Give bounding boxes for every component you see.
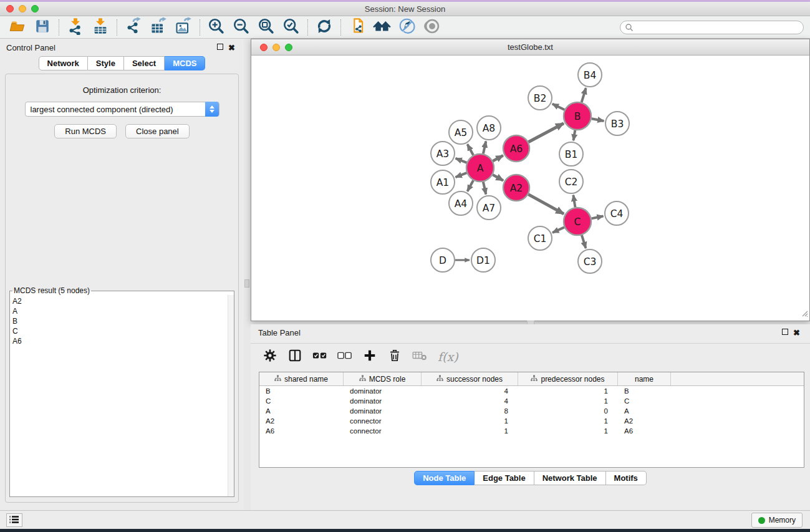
resize-grip-icon[interactable]: [801, 308, 808, 319]
mcds-result-item[interactable]: C: [12, 326, 234, 336]
zoom-fit-button[interactable]: [254, 18, 279, 37]
run-mcds-button[interactable]: Run MCDS: [54, 124, 117, 138]
column-header-name[interactable]: name: [618, 372, 671, 385]
memory-button[interactable]: Memory: [751, 513, 803, 528]
graph-edge-A2-C[interactable]: [528, 195, 564, 214]
column-header-successor-nodes[interactable]: successor nodes: [422, 372, 518, 385]
show-column-button[interactable]: [284, 347, 306, 367]
graph-edge-A-A3[interactable]: [456, 158, 467, 163]
desktop-background-strip: [0, 529, 810, 532]
float-icon: [217, 44, 223, 50]
export-network-button[interactable]: [121, 18, 146, 37]
eye-button[interactable]: [420, 18, 445, 37]
list-icon: [9, 515, 19, 526]
graph-edge-A-A1[interactable]: [456, 173, 467, 177]
toolbar-separator: [307, 19, 308, 36]
table-row[interactable]: A6connector11A6: [259, 426, 804, 436]
task-history-button[interactable]: [6, 513, 22, 527]
mcds-result-item[interactable]: A2: [12, 296, 234, 306]
close-panel-button-mcds[interactable]: Close panel: [125, 124, 190, 138]
table-float-button[interactable]: [779, 328, 791, 337]
clone-network-button[interactable]: [345, 18, 370, 37]
table-tabs: Node TableEdge TableNetwork TableMotifs: [251, 471, 810, 485]
table-close-button[interactable]: ✖: [791, 328, 803, 337]
fx-icon: f(x): [438, 350, 458, 364]
graph-edge-A-A6[interactable]: [493, 155, 503, 161]
column-header-shared-name[interactable]: shared name: [259, 372, 344, 385]
float-panel-button[interactable]: [215, 43, 226, 52]
save-session-button[interactable]: [30, 18, 55, 37]
home-button[interactable]: [370, 18, 395, 37]
graph-edge-C-C2[interactable]: [573, 195, 575, 208]
open-folder-icon: [9, 18, 26, 36]
graph-edge-B-B1[interactable]: [574, 130, 576, 141]
graph-edge-B-B3[interactable]: [592, 118, 604, 121]
open-session-button[interactable]: [5, 18, 30, 37]
delete-column-button[interactable]: [384, 347, 405, 367]
network-canvas[interactable]: B4B2BB3A8A5A6A3B1AA1C2A2A4A7C4CC1C3DD1: [251, 56, 809, 321]
graph-edge-A-A7[interactable]: [483, 181, 486, 194]
document-network-icon: [349, 17, 366, 37]
graph-edge-C-C3[interactable]: [582, 235, 586, 248]
export-image-button[interactable]: [171, 18, 196, 37]
graph-node-label: A6: [510, 143, 523, 155]
table-row[interactable]: Bdominator41B: [259, 386, 804, 396]
export-table-button[interactable]: [146, 18, 171, 37]
zoom-in-button[interactable]: [204, 18, 229, 37]
column-header-predecessor-nodes[interactable]: predecessor nodes: [518, 372, 618, 385]
tab-network[interactable]: Network: [39, 56, 88, 70]
toolbar-separator: [117, 19, 117, 36]
table-row[interactable]: A2connector11A2: [259, 416, 804, 426]
table-tab-network-table[interactable]: Network Table: [534, 471, 606, 485]
mcds-result-item[interactable]: A6: [12, 336, 234, 346]
refresh-view-button[interactable]: [312, 18, 337, 37]
toolbar-separator: [340, 19, 341, 36]
graph-edge-C-C1[interactable]: [552, 227, 564, 233]
table-tab-edge-table[interactable]: Edge Table: [475, 471, 534, 485]
graph-edge-B-B2[interactable]: [552, 104, 564, 110]
delete-table-button[interactable]: [409, 347, 430, 367]
function-builder-button[interactable]: f(x): [434, 347, 462, 367]
graph-edge-A6-B[interactable]: [528, 123, 563, 142]
search-input[interactable]: [620, 21, 804, 34]
column-header-MCDS-role[interactable]: MCDS role: [344, 372, 422, 385]
criterion-select[interactable]: largest connected component (directed): [25, 102, 219, 117]
table-tab-motifs[interactable]: Motifs: [606, 471, 647, 485]
mcds-result-item[interactable]: B: [12, 316, 234, 326]
tab-select[interactable]: Select: [124, 56, 165, 70]
result-scrollbar[interactable]: [228, 295, 234, 496]
float-icon: [782, 329, 788, 335]
graph-node-label: C: [574, 216, 581, 228]
graph-node-label: A: [477, 163, 484, 174]
table-row[interactable]: Adominator80A: [259, 406, 804, 416]
export-table-icon: [150, 17, 167, 37]
add-column-button[interactable]: [359, 347, 380, 367]
zoom-selected-button[interactable]: [279, 18, 304, 37]
vertical-splitter-handle[interactable]: [244, 279, 249, 288]
network-window-title: testGlobe.txt: [251, 42, 809, 52]
import-table-button[interactable]: [88, 18, 113, 37]
graph-edge-C-C4[interactable]: [592, 216, 604, 218]
import-network-button[interactable]: [63, 18, 88, 37]
graph-edge-A-A2[interactable]: [493, 175, 503, 180]
graph-node-label: C4: [610, 208, 624, 220]
hierarchy-icon: [359, 375, 366, 384]
mcds-result-list[interactable]: A2ABCA6: [10, 295, 234, 496]
graph-edge-A-A8[interactable]: [483, 141, 486, 153]
plus-icon: [363, 349, 377, 364]
zoom-out-button[interactable]: [229, 18, 254, 37]
table-tab-node-table[interactable]: Node Table: [414, 471, 475, 485]
mcds-result-item[interactable]: A: [12, 306, 234, 316]
hide-tips-button[interactable]: [395, 18, 420, 37]
tab-mcds[interactable]: MCDS: [165, 56, 205, 70]
tab-style[interactable]: Style: [88, 56, 124, 70]
graph-edge-A-A5[interactable]: [468, 144, 474, 155]
unselect-all-button[interactable]: [334, 347, 355, 367]
table-row[interactable]: Cdominator41C: [259, 396, 804, 406]
graph-edge-A-A4[interactable]: [468, 180, 474, 191]
table-settings-button[interactable]: [259, 347, 281, 367]
select-all-button[interactable]: [309, 347, 330, 367]
mcds-panel: Optimization criterion: largest connecte…: [5, 74, 239, 503]
close-panel-button[interactable]: ✖: [226, 43, 238, 52]
graph-edge-B-B4[interactable]: [582, 88, 586, 102]
